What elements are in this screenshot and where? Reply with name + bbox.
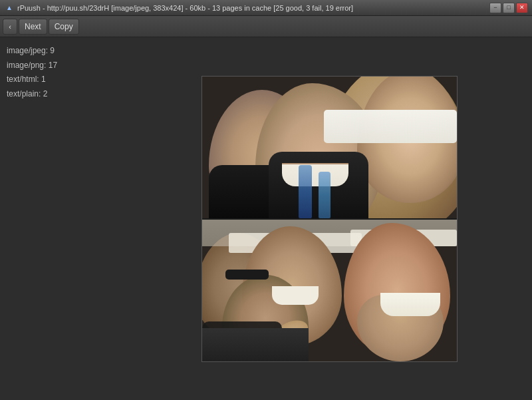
stat-item-plain: text/plain: 2 [7, 87, 120, 102]
window-title: rPuush - http://puu.sh/23drH [image/jpeg… [17, 4, 353, 12]
minimize-button[interactable]: − [489, 3, 501, 13]
toolbar: ‹ Next Copy [0, 16, 532, 37]
prev-button[interactable]: ‹ [3, 19, 17, 35]
collage-bottom [202, 220, 457, 361]
stat-item-html: text/html: 1 [7, 73, 120, 87]
content-area [126, 37, 532, 400]
window-controls: − □ ✕ [489, 3, 528, 13]
title-bar: ▲ rPuush - http://puu.sh/23drH [image/jp… [0, 0, 532, 16]
image-display [201, 76, 458, 362]
maximize-button[interactable]: □ [503, 3, 515, 13]
stat-item-png: image/png: 17 [7, 59, 120, 73]
collage-top [202, 77, 457, 220]
next-button[interactable]: Next [19, 19, 47, 35]
copy-button[interactable]: Copy [49, 19, 79, 35]
main-area: image/jpeg: 9 image/png: 17 text/html: 1… [0, 37, 532, 400]
close-button[interactable]: ✕ [516, 3, 528, 13]
app-icon: ▲ [4, 3, 15, 13]
left-panel: image/jpeg: 9 image/png: 17 text/html: 1… [0, 37, 126, 400]
stat-item-jpeg: image/jpeg: 9 [7, 44, 120, 59]
title-bar-left: ▲ rPuush - http://puu.sh/23drH [image/jp… [4, 3, 353, 13]
